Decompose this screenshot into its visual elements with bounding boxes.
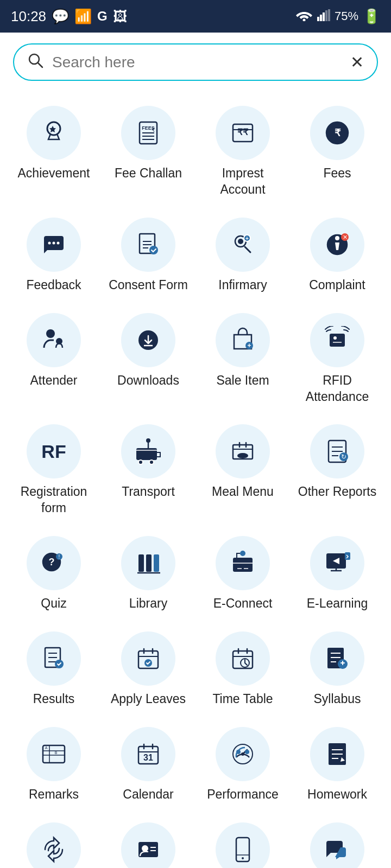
grid-item-achievement[interactable]: Achievement — [9, 97, 99, 203]
grid-item-mobile[interactable] — [198, 814, 288, 868]
e-learning-icon — [310, 536, 364, 590]
svg-text:31: 31 — [143, 753, 153, 762]
grid-item-homework[interactable]: Homework — [292, 718, 382, 808]
attender-icon — [27, 313, 81, 367]
grid-item-calendar[interactable]: 31 Calendar — [103, 718, 193, 808]
grid-item-e-learning[interactable]: E-Learning — [292, 527, 382, 617]
results-label: Results — [33, 691, 75, 707]
other-reports-label: Other Reports — [298, 484, 376, 500]
infirmary-label: Infirmary — [218, 277, 267, 293]
grid-item-imprest-account[interactable]: ₹₹ Imprest Account — [198, 97, 288, 203]
svg-rect-61 — [146, 554, 152, 572]
grid-item-other-reports[interactable]: ↻ Other Reports — [292, 416, 382, 522]
sale-item-label: Sale Item — [216, 373, 269, 389]
quiz-icon: ? ! — [27, 536, 81, 590]
grid-item-registration-form[interactable]: RF Registration form — [9, 416, 99, 522]
syllabus-label: Syllabus — [314, 691, 361, 707]
grid-item-results[interactable]: Results — [9, 623, 99, 713]
e-connect-label: E-Connect — [213, 596, 273, 612]
grid-item-performance[interactable]: Performance — [198, 718, 288, 808]
svg-rect-60 — [138, 554, 144, 572]
grid-item-library[interactable]: Library — [103, 527, 193, 617]
search-input[interactable] — [52, 54, 342, 71]
svg-rect-5 — [328, 9, 330, 21]
grid-item-attender[interactable]: Attender — [9, 304, 99, 411]
fee-challan-icon: FEES ₹ — [121, 106, 175, 160]
grid-item-time-table[interactable]: Time Table — [198, 623, 288, 713]
svg-point-24 — [149, 246, 158, 254]
registration-form-label: Registration form — [12, 484, 96, 516]
other-reports-icon: ↻ — [310, 424, 364, 478]
svg-text:+: + — [245, 235, 249, 241]
svg-point-43 — [138, 460, 143, 464]
grid-item-rfid-attendance[interactable]: RFID Attendance — [292, 304, 382, 411]
calendar-icon: 31 — [121, 727, 175, 781]
results-icon — [27, 631, 81, 686]
svg-point-46 — [146, 438, 150, 443]
svg-point-30 — [335, 236, 339, 240]
svg-point-117 — [242, 857, 244, 859]
quiz-label: Quiz — [41, 596, 66, 612]
feedback-icon — [27, 218, 81, 272]
svg-point-49 — [237, 453, 248, 458]
svg-point-105 — [236, 750, 241, 754]
achievement-icon — [27, 106, 81, 160]
performance-label: Performance — [207, 787, 279, 803]
apply-leaves-label: Apply Leaves — [111, 691, 186, 707]
sync-icon — [27, 822, 81, 868]
svg-text:B: B — [55, 751, 58, 755]
grid-item-downloads[interactable]: Downloads — [103, 304, 193, 411]
grid-item-quiz[interactable]: ? ! Quiz — [9, 527, 99, 617]
calendar-label: Calendar — [123, 787, 173, 803]
svg-rect-1 — [317, 17, 319, 21]
search-container: ✕ — [0, 33, 391, 86]
svg-rect-64 — [233, 558, 253, 572]
meal-menu-icon — [216, 424, 270, 478]
downloads-label: Downloads — [117, 373, 179, 389]
grid-item-id-card[interactable] — [103, 814, 193, 868]
grid-item-chat[interactable] — [292, 814, 382, 868]
svg-point-20 — [48, 241, 51, 244]
e-connect-icon — [216, 536, 270, 590]
clear-search-button[interactable]: ✕ — [350, 53, 364, 72]
photo-icon: 🖼 — [113, 8, 127, 25]
rfid-attendance-icon — [310, 313, 364, 367]
svg-point-44 — [149, 460, 154, 464]
grid-item-feedback[interactable]: Feedback — [9, 209, 99, 299]
homework-label: Homework — [307, 787, 367, 803]
battery-icon: 🔋 — [363, 8, 380, 25]
grid-item-sale-item[interactable]: + Sale Item — [198, 304, 288, 411]
svg-text:A: A — [45, 746, 48, 750]
grid-item-fee-challan[interactable]: FEES ₹ Fee Challan — [103, 97, 193, 203]
remarks-label: Remarks — [29, 787, 79, 803]
grid-item-fees[interactable]: ₹ Fees — [292, 97, 382, 203]
time-table-icon — [216, 631, 270, 686]
grid-item-sync[interactable] — [9, 814, 99, 868]
grid-item-complaint[interactable]: ✕ Complaint — [292, 209, 382, 299]
infirmary-icon: + — [216, 218, 270, 272]
svg-rect-39 — [330, 334, 345, 347]
achievement-label: Achievement — [18, 165, 90, 182]
hotspot-icon: 📶 — [74, 8, 92, 25]
svg-text:✕: ✕ — [343, 234, 348, 240]
battery-display: 75% — [335, 9, 358, 23]
grid-item-infirmary[interactable]: + Infirmary — [198, 209, 288, 299]
grid-item-syllabus[interactable]: Syllabus — [292, 623, 382, 713]
svg-point-21 — [53, 241, 55, 244]
svg-text:₹: ₹ — [335, 127, 341, 138]
g-icon: G — [97, 9, 108, 24]
transport-icon — [121, 424, 175, 478]
svg-rect-4 — [325, 10, 327, 21]
remarks-icon: A B — [27, 727, 81, 781]
grid-item-transport[interactable]: Transport — [103, 416, 193, 522]
grid-item-remarks[interactable]: A B Remarks — [9, 718, 99, 808]
status-bar: 10:28 💬 📶 G 🖼 75% 🔋 — [0, 0, 391, 33]
grid-item-consent-form[interactable]: Consent Form — [103, 209, 193, 299]
fees-icon: ₹ — [310, 106, 364, 160]
grid-item-e-connect[interactable]: E-Connect — [198, 527, 288, 617]
svg-point-26 — [238, 239, 243, 244]
grid-item-apply-leaves[interactable]: Apply Leaves — [103, 623, 193, 713]
svg-line-7 — [38, 63, 42, 67]
registration-form-icon: RF — [27, 424, 81, 478]
grid-item-meal-menu[interactable]: Meal Menu — [198, 416, 288, 522]
